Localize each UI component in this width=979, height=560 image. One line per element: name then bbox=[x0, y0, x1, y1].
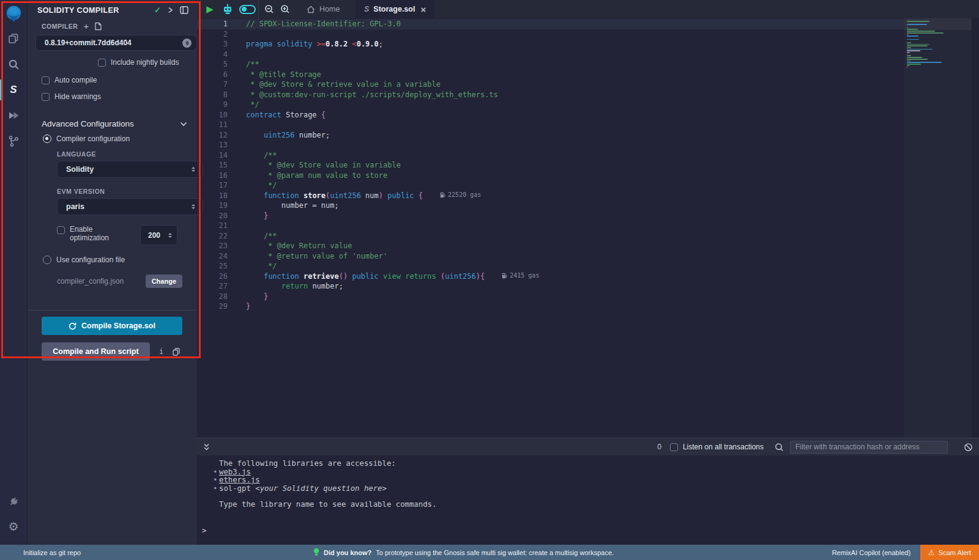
transaction-filter-input[interactable] bbox=[790, 441, 948, 454]
copilot-status[interactable]: RemixAI Copilot (enabled) bbox=[832, 549, 910, 556]
terminal-library-item: •sol-gpt <your Solidity question here> bbox=[219, 485, 979, 493]
code-line[interactable]: 6 * @title Storage bbox=[197, 70, 904, 80]
code-line[interactable]: 27 return number; bbox=[197, 281, 904, 292]
line-number: 13 bbox=[197, 141, 233, 149]
code-line[interactable]: 10contract Storage { bbox=[197, 110, 904, 120]
code-line[interactable]: 19 number = num; bbox=[197, 201, 904, 211]
sidebar-item-remix-logo[interactable] bbox=[0, 4, 27, 23]
code-line[interactable]: 25 */ bbox=[197, 261, 904, 271]
toolbar-separator bbox=[258, 0, 259, 18]
language-select[interactable]: Solidity bbox=[57, 161, 203, 178]
tab-home[interactable]: Home bbox=[298, 0, 348, 18]
code-text: pragma solidity >=0.8.2 <0.9.0; bbox=[233, 40, 383, 48]
terminal-prompt[interactable]: > bbox=[202, 527, 979, 536]
info-icon[interactable]: i bbox=[159, 347, 163, 356]
code-line[interactable]: 2 bbox=[197, 29, 904, 40]
clear-console-icon[interactable] bbox=[964, 443, 973, 452]
compiler-version-select[interactable]: 0.8.19+commit.7dd6d404 bbox=[35, 35, 197, 51]
chevron-right-icon[interactable] bbox=[168, 7, 173, 13]
copilot-toggle[interactable] bbox=[236, 5, 258, 14]
enable-optimization-checkbox[interactable] bbox=[57, 226, 65, 234]
terminal-output[interactable]: The following libraries are accessible:•… bbox=[197, 455, 979, 535]
line-number: 17 bbox=[197, 181, 233, 190]
use-configuration-file-radio[interactable] bbox=[43, 256, 51, 264]
compile-and-run-button[interactable]: Compile and Run script bbox=[42, 342, 150, 361]
code-line[interactable]: 15 * @dev Store value in variable bbox=[197, 160, 904, 171]
solidity-compiler-icon: S bbox=[10, 84, 17, 96]
code-line[interactable]: 26 function retrieve() public view retur… bbox=[197, 271, 904, 282]
tab-storage-sol[interactable]: S Storage.sol × bbox=[355, 0, 434, 18]
line-number: 25 bbox=[197, 262, 233, 270]
sidebar-item-plugin-manager[interactable] bbox=[0, 493, 27, 509]
sidebar-item-file-explorer[interactable] bbox=[0, 31, 27, 46]
code-line[interactable]: 5/** bbox=[197, 59, 904, 70]
code-line[interactable]: 1// SPDX-License-Identifier: GPL-3.0 bbox=[197, 19, 904, 29]
auto-compile-checkbox[interactable] bbox=[42, 76, 50, 84]
code-line[interactable]: 23 * @dev Return value bbox=[197, 241, 904, 251]
code-line[interactable]: 22 /** bbox=[197, 231, 904, 241]
code-line[interactable]: 11 bbox=[197, 120, 904, 130]
code-line[interactable]: 16 * @param num value to store bbox=[197, 171, 904, 181]
zoom-in-button[interactable] bbox=[277, 4, 293, 14]
code-text: * @return value of 'number' bbox=[233, 252, 387, 260]
code-line[interactable]: 4 bbox=[197, 50, 904, 60]
code-line[interactable]: 9 */ bbox=[197, 100, 904, 110]
code-line[interactable]: 18 function store(uint256 num) public {2… bbox=[197, 191, 904, 201]
code-line[interactable]: 12 uint256 number; bbox=[197, 130, 904, 141]
listen-transactions-checkbox[interactable] bbox=[670, 443, 678, 451]
editor-scrollbar-track[interactable] bbox=[972, 18, 979, 438]
collapse-terminal-icon[interactable] bbox=[203, 443, 210, 451]
solidity-file-icon: S bbox=[364, 5, 369, 13]
code-line[interactable]: 29} bbox=[197, 301, 904, 312]
code-line[interactable]: 14 /** bbox=[197, 150, 904, 161]
library-link[interactable]: ethers.js bbox=[219, 476, 260, 484]
code-text: } bbox=[233, 292, 268, 301]
close-tab-icon[interactable]: × bbox=[420, 5, 426, 14]
evm-version-select[interactable]: paris bbox=[57, 198, 203, 215]
git-init-status[interactable]: Initialize as git repo bbox=[0, 549, 81, 556]
open-file-icon[interactable] bbox=[94, 22, 102, 31]
code-line[interactable]: 7 * @dev Store & retrieve value in a var… bbox=[197, 79, 904, 90]
code-line[interactable]: 24 * @return value of 'number' bbox=[197, 251, 904, 262]
code-line[interactable]: 13 bbox=[197, 140, 904, 150]
line-number: 18 bbox=[197, 191, 233, 200]
code-line[interactable]: 20 } bbox=[197, 211, 904, 221]
config-file-name[interactable]: compiler_config.json bbox=[57, 277, 146, 286]
zoom-out-button[interactable] bbox=[261, 4, 277, 14]
copy-icon[interactable] bbox=[173, 348, 180, 356]
sidebar-item-git[interactable] bbox=[0, 133, 27, 149]
library-link[interactable]: web3.js bbox=[219, 468, 251, 476]
remixai-button[interactable] bbox=[219, 4, 236, 15]
include-nightly-checkbox[interactable] bbox=[98, 59, 106, 67]
panel-divider bbox=[28, 310, 197, 311]
sidebar-item-deploy-and-run[interactable] bbox=[0, 108, 27, 123]
terminal-header: 0 Listen on all transactions bbox=[197, 438, 979, 455]
add-compiler-icon[interactable]: + bbox=[83, 23, 89, 29]
gas-pump-icon bbox=[502, 273, 507, 279]
number-stepper-icon[interactable] bbox=[168, 233, 172, 238]
icon-sidebar: S⚙ bbox=[0, 0, 28, 545]
code-line[interactable]: 28 } bbox=[197, 292, 904, 302]
editor-minimap[interactable] bbox=[904, 18, 972, 438]
compile-button[interactable]: Compile Storage.sol bbox=[42, 317, 182, 335]
code-line[interactable]: 17 */ bbox=[197, 180, 904, 191]
change-config-button[interactable]: Change bbox=[146, 274, 182, 288]
sidebar-item-solidity-compiler[interactable]: S bbox=[0, 82, 27, 98]
compiler-configuration-radio[interactable] bbox=[43, 134, 51, 143]
code-text: /** bbox=[233, 232, 277, 240]
scam-alert-badge[interactable]: ⚠ Scam Alert bbox=[920, 545, 979, 560]
code-line[interactable]: 8 * @custom:dev-run-script ./scripts/dep… bbox=[197, 90, 904, 100]
search-icon bbox=[8, 59, 20, 70]
optimization-runs-input[interactable]: 200 bbox=[140, 225, 177, 245]
code-line[interactable]: 3pragma solidity >=0.8.2 <0.9.0; bbox=[197, 39, 904, 50]
code-text: */ bbox=[233, 262, 277, 270]
code-text: number = num; bbox=[233, 201, 339, 210]
run-script-button[interactable]: ▶ bbox=[201, 4, 219, 15]
sidebar-item-search[interactable] bbox=[0, 56, 27, 72]
code-line[interactable]: 21 bbox=[197, 221, 904, 231]
advanced-configurations-header[interactable]: Advanced Configurations bbox=[42, 119, 187, 128]
hide-warnings-checkbox[interactable] bbox=[42, 93, 50, 101]
code-editor[interactable]: 1// SPDX-License-Identifier: GPL-3.023pr… bbox=[197, 18, 979, 438]
pin-panel-icon[interactable] bbox=[180, 6, 188, 14]
sidebar-item-settings[interactable]: ⚙ bbox=[0, 519, 27, 535]
